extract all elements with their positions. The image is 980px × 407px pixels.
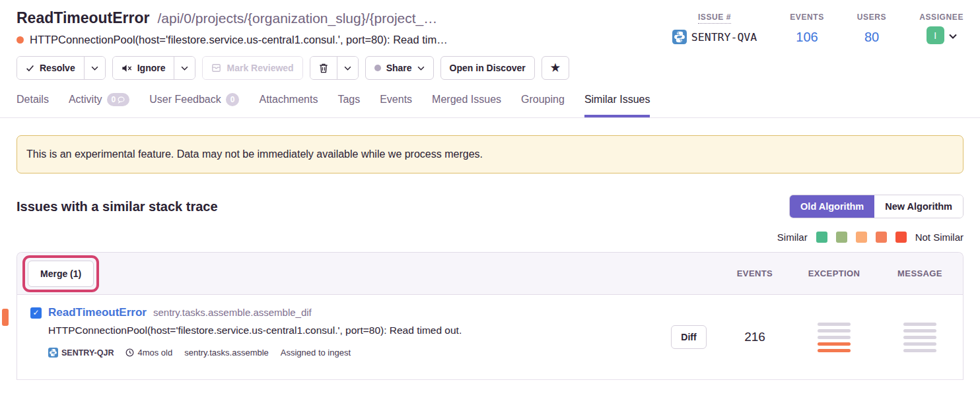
tab-activity[interactable]: Activity 0: [69, 93, 129, 117]
trash-icon: [319, 63, 328, 73]
star-icon: ★: [551, 63, 560, 73]
tab-similar-issues[interactable]: Similar Issues: [584, 93, 650, 117]
clock-icon: [125, 348, 134, 357]
delete-button-group: [310, 56, 359, 80]
bookmark-star-button[interactable]: ★: [542, 56, 569, 80]
legend-swatch: [816, 232, 827, 243]
stat-events: EVENTS 106: [790, 11, 824, 46]
issue-header: ReadTimeoutError /api/0/projects/{organi…: [0, 0, 980, 46]
tab-attachments[interactable]: Attachments: [259, 93, 318, 117]
row-task: sentry.tasks.assemble: [184, 348, 269, 358]
diff-button[interactable]: Diff: [671, 325, 706, 349]
legend-swatch: [836, 232, 847, 243]
action-toolbar: Resolve Ignore: [0, 46, 980, 80]
activity-count-badge: 0: [107, 93, 130, 106]
row-age: 4mos old: [125, 348, 172, 358]
chevron-down-icon: [417, 66, 425, 71]
tab-merged-issues[interactable]: Merged Issues: [432, 93, 501, 117]
mark-reviewed-button[interactable]: Mark Reviewed: [203, 57, 302, 79]
issue-short-id: SENTRY-QVA: [691, 31, 757, 44]
python-icon: [672, 30, 687, 44]
row-events-count: 216: [744, 330, 765, 344]
similarity-bar: [903, 349, 936, 352]
similarity-bar: [818, 323, 851, 326]
chevron-down-icon: [181, 66, 188, 71]
resolve-button[interactable]: Resolve: [17, 57, 84, 79]
check-icon: [26, 65, 34, 72]
experimental-feature-banner: This is an experimental feature. Data ma…: [17, 135, 963, 173]
events-count: 106: [790, 30, 824, 45]
row-checkbox[interactable]: ✓: [30, 307, 42, 319]
users-count: 80: [857, 30, 886, 45]
stat-issue-number: ISSUE # SENTRY-QVA: [672, 11, 757, 46]
comment-bubble-icon: [118, 96, 125, 104]
similarity-bar: [903, 329, 936, 332]
user-feedback-count-badge: 0: [226, 93, 240, 106]
similarity-bar: [903, 342, 936, 346]
tab-events[interactable]: Events: [380, 93, 412, 117]
similar-issues-section-head: Issues with a similar stack trace Old Al…: [17, 195, 963, 218]
row-metrics: Diff 216: [659, 295, 963, 379]
archive-icon: [211, 63, 221, 73]
python-icon: [48, 348, 58, 358]
issue-number-label: ISSUE #: [698, 13, 731, 24]
delete-dropdown-button[interactable]: [337, 57, 358, 79]
ignore-button-group: Ignore: [112, 56, 196, 80]
mute-icon: [122, 64, 132, 73]
tab-user-feedback[interactable]: User Feedback 0: [149, 93, 239, 117]
assignee-label: ASSIGNEE: [919, 13, 963, 22]
new-algorithm-button[interactable]: New Algorithm: [874, 195, 963, 218]
similarity-bar: [818, 329, 851, 332]
assignee-selector[interactable]: I: [919, 26, 963, 44]
merge-button[interactable]: Merge (1): [28, 261, 94, 287]
algorithm-toggle: Old Algorithm New Algorithm: [789, 195, 963, 218]
table-panel: Merge (1) EVENTS EXCEPTION MESSAGE: [17, 252, 963, 295]
row-assignment: Assigned to ingest: [281, 348, 351, 358]
column-message: MESSAGE: [897, 268, 942, 278]
resolve-button-group: Resolve: [17, 56, 106, 80]
table-row: ✓ ReadTimeoutError sentry.tasks.assemble…: [17, 295, 963, 380]
chevron-down-icon: [949, 30, 957, 42]
ignore-button[interactable]: Ignore: [113, 57, 174, 79]
open-in-discover-button[interactable]: Open in Discover: [440, 56, 535, 80]
page-title: ReadTimeoutError: [17, 9, 150, 27]
issue-header-left: ReadTimeoutError /api/0/projects/{organi…: [17, 9, 448, 46]
mark-reviewed-group: Mark Reviewed: [202, 56, 302, 80]
similarity-bar: [903, 336, 936, 339]
legend-swatch: [895, 232, 907, 243]
users-label: USERS: [857, 13, 886, 22]
banner-text: This is an experimental feature. Data ma…: [26, 148, 483, 160]
similarity-bar: [818, 349, 851, 352]
similarity-bar: [903, 323, 936, 326]
row-issue-title[interactable]: ReadTimeoutError: [48, 306, 147, 319]
events-label: EVENTS: [790, 13, 824, 22]
annotation-highlight: Merge (1): [22, 255, 99, 292]
row-short-id: SENTRY-QJR: [48, 348, 114, 358]
tab-details[interactable]: Details: [17, 93, 49, 117]
share-button[interactable]: Share: [365, 56, 434, 80]
chevron-down-icon: [91, 66, 98, 71]
resolve-dropdown-button[interactable]: [84, 57, 105, 79]
sentry-issue-page: ReadTimeoutError /api/0/projects/{organi…: [0, 0, 980, 407]
similarity-bar: [818, 336, 851, 339]
legend-not-similar-label: Not Similar: [915, 232, 963, 243]
tab-grouping[interactable]: Grouping: [521, 93, 565, 117]
row-meta: SENTRY-QJR 4mos old sentry.tasks.assembl…: [30, 348, 462, 358]
section-title: Issues with a similar stack trace: [17, 199, 218, 214]
delete-button[interactable]: [310, 57, 337, 79]
table-header: Merge (1) EVENTS EXCEPTION MESSAGE: [17, 253, 963, 295]
issue-message: HTTPConnectionPool(host='filestore.servi…: [30, 34, 448, 46]
chevron-down-icon: [344, 66, 351, 71]
ignore-dropdown-button[interactable]: [174, 57, 195, 79]
similarity-bar: [818, 342, 851, 346]
tab-tags[interactable]: Tags: [337, 93, 360, 117]
legend-similar-label: Similar: [777, 232, 808, 243]
old-algorithm-button[interactable]: Old Algorithm: [790, 195, 874, 218]
error-level-dot: [17, 36, 24, 44]
legend-swatch: [856, 232, 867, 243]
issue-stats: ISSUE # SENTRY-QVA EVENTS 106 USERS 80 A…: [672, 9, 963, 46]
issue-culprit: /api/0/projects/{organization_slug}/{pro…: [158, 11, 438, 26]
legend-swatch: [876, 232, 887, 243]
assignee-avatar[interactable]: I: [927, 26, 944, 44]
column-events: EVENTS: [737, 268, 773, 278]
